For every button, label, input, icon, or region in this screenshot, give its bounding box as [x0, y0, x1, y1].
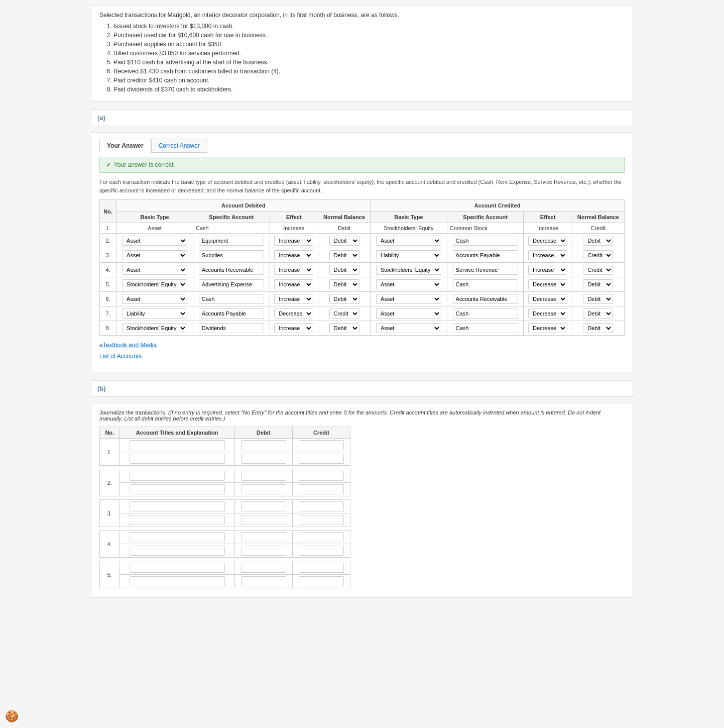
debit-basic-select-cell[interactable]: AssetLiabilityStockholders' Equity: [116, 292, 193, 306]
credit-effect-cell[interactable]: IncreaseDecrease: [524, 321, 572, 336]
debit-normal-cell[interactable]: DebitCredit: [318, 234, 370, 248]
journal-debit-input-0-1[interactable]: [241, 454, 286, 464]
journal-debit-input-1-0[interactable]: [241, 471, 286, 481]
credit-specific-cell[interactable]: [447, 263, 524, 277]
credit-effect-cell[interactable]: IncreaseDecrease: [524, 248, 572, 263]
credit-basic-select-7[interactable]: AssetLiabilityStockholders' Equity: [376, 323, 441, 333]
credit-normal-select-2[interactable]: DebitCredit: [583, 250, 613, 260]
credit-specific-input-4[interactable]: [453, 279, 518, 289]
credit-specific-cell[interactable]: [447, 292, 524, 306]
credit-effect-select-5[interactable]: IncreaseDecrease: [528, 294, 567, 304]
credit-basic-select-cell[interactable]: AssetLiabilityStockholders' Equity: [371, 321, 447, 336]
credit-normal-cell[interactable]: DebitCredit: [572, 234, 624, 248]
credit-specific-cell[interactable]: [447, 277, 524, 292]
credit-basic-select-1[interactable]: AssetLiabilityStockholders' Equity: [376, 236, 441, 246]
journal-debit-3-0[interactable]: [234, 531, 292, 544]
journal-account-3-1[interactable]: [119, 544, 234, 558]
debit-normal-select-2[interactable]: DebitCredit: [329, 250, 359, 260]
debit-basic-select-6[interactable]: AssetLiabilityStockholders' Equity: [122, 308, 187, 319]
credit-normal-cell[interactable]: DebitCredit: [572, 292, 624, 306]
journal-credit-input-2-0[interactable]: [299, 501, 344, 511]
debit-specific-cell[interactable]: [193, 277, 270, 292]
credit-effect-select-4[interactable]: IncreaseDecrease: [528, 279, 567, 289]
credit-specific-input-1[interactable]: [453, 236, 518, 246]
journal-account-0-0[interactable]: [119, 439, 234, 452]
debit-normal-select-1[interactable]: DebitCredit: [329, 236, 359, 246]
journal-account-input-0-0[interactable]: [130, 440, 225, 450]
journal-account-2-1[interactable]: [119, 513, 234, 527]
journal-credit-input-4-0[interactable]: [299, 563, 344, 573]
debit-specific-input-7[interactable]: [199, 323, 264, 333]
journal-credit-2-0[interactable]: [292, 500, 350, 513]
credit-specific-input-3[interactable]: [453, 265, 518, 275]
debit-effect-cell[interactable]: IncreaseDecrease: [270, 248, 318, 263]
debit-specific-input-1[interactable]: [199, 236, 264, 246]
journal-credit-input-3-1[interactable]: [299, 546, 344, 556]
journal-debit-1-1[interactable]: [234, 483, 292, 496]
debit-normal-select-5[interactable]: DebitCredit: [329, 294, 359, 304]
credit-basic-select-3[interactable]: AssetLiabilityStockholders' Equity: [376, 265, 441, 275]
debit-normal-select-6[interactable]: DebitCredit: [329, 308, 359, 319]
journal-credit-3-1[interactable]: [292, 544, 350, 558]
debit-effect-cell[interactable]: IncreaseDecrease: [270, 263, 318, 277]
debit-normal-select-7[interactable]: DebitCredit: [329, 323, 359, 333]
credit-basic-select-6[interactable]: AssetLiabilityStockholders' Equity: [376, 308, 441, 319]
journal-credit-4-1[interactable]: [292, 575, 350, 588]
journal-credit-2-1[interactable]: [292, 513, 350, 527]
debit-effect-select-5[interactable]: IncreaseDecrease: [274, 294, 313, 304]
debit-effect-cell[interactable]: IncreaseDecrease: [270, 306, 318, 321]
journal-account-input-3-0[interactable]: [130, 532, 225, 542]
etextbook-link[interactable]: eTextbook and Media: [99, 340, 157, 351]
debit-normal-cell[interactable]: DebitCredit: [318, 248, 370, 263]
credit-normal-cell[interactable]: DebitCredit: [572, 321, 624, 336]
journal-debit-4-1[interactable]: [234, 575, 292, 588]
credit-basic-select-5[interactable]: AssetLiabilityStockholders' Equity: [376, 294, 441, 304]
debit-normal-cell[interactable]: DebitCredit: [318, 292, 370, 306]
credit-normal-cell[interactable]: DebitCredit: [572, 306, 624, 321]
credit-specific-cell[interactable]: [447, 248, 524, 263]
debit-normal-cell[interactable]: DebitCredit: [318, 277, 370, 292]
credit-normal-select-5[interactable]: DebitCredit: [583, 294, 613, 304]
journal-credit-input-2-1[interactable]: [299, 515, 344, 525]
journal-debit-input-3-1[interactable]: [241, 546, 286, 556]
journal-credit-input-0-1[interactable]: [299, 454, 344, 464]
journal-credit-input-1-1[interactable]: [299, 484, 344, 494]
credit-effect-select-6[interactable]: IncreaseDecrease: [528, 308, 567, 319]
credit-basic-select-4[interactable]: AssetLiabilityStockholders' Equity: [376, 279, 441, 289]
credit-specific-input-5[interactable]: [453, 294, 518, 304]
credit-basic-select-2[interactable]: AssetLiabilityStockholders' Equity: [376, 250, 441, 260]
journal-account-4-1[interactable]: [119, 575, 234, 588]
credit-normal-select-1[interactable]: DebitCredit: [583, 236, 613, 246]
debit-basic-select-cell[interactable]: AssetLiabilityStockholders' Equity: [116, 234, 193, 248]
credit-effect-select-1[interactable]: IncreaseDecrease: [528, 236, 567, 246]
journal-account-input-3-1[interactable]: [130, 546, 225, 556]
credit-specific-input-7[interactable]: [453, 323, 518, 333]
journal-debit-input-4-0[interactable]: [241, 563, 286, 573]
journal-debit-4-0[interactable]: [234, 561, 292, 575]
credit-effect-select-3[interactable]: IncreaseDecrease: [528, 265, 567, 275]
debit-specific-cell[interactable]: [193, 321, 270, 336]
journal-account-1-1[interactable]: [119, 483, 234, 496]
debit-specific-cell[interactable]: [193, 248, 270, 263]
debit-effect-cell[interactable]: IncreaseDecrease: [270, 321, 318, 336]
journal-debit-1-0[interactable]: [234, 469, 292, 483]
debit-specific-cell[interactable]: [193, 306, 270, 321]
debit-normal-select-3[interactable]: DebitCredit: [329, 265, 359, 275]
credit-effect-cell[interactable]: IncreaseDecrease: [524, 263, 572, 277]
journal-credit-0-0[interactable]: [292, 439, 350, 452]
debit-basic-select-cell[interactable]: AssetLiabilityStockholders' Equity: [116, 263, 193, 277]
journal-account-input-4-1[interactable]: [130, 576, 225, 586]
list-of-accounts-link[interactable]: List of Accounts: [99, 351, 142, 362]
journal-account-input-1-0[interactable]: [130, 471, 225, 481]
debit-normal-cell[interactable]: DebitCredit: [318, 306, 370, 321]
credit-effect-select-2[interactable]: IncreaseDecrease: [528, 250, 567, 260]
debit-effect-select-2[interactable]: IncreaseDecrease: [274, 250, 313, 260]
credit-normal-cell[interactable]: DebitCredit: [572, 277, 624, 292]
journal-debit-input-0-0[interactable]: [241, 440, 286, 450]
debit-basic-select-cell[interactable]: AssetLiabilityStockholders' Equity: [116, 306, 193, 321]
credit-effect-cell[interactable]: IncreaseDecrease: [524, 234, 572, 248]
credit-normal-select-4[interactable]: DebitCredit: [583, 279, 613, 289]
credit-specific-cell[interactable]: [447, 321, 524, 336]
debit-effect-cell[interactable]: IncreaseDecrease: [270, 292, 318, 306]
journal-credit-input-4-1[interactable]: [299, 576, 344, 586]
